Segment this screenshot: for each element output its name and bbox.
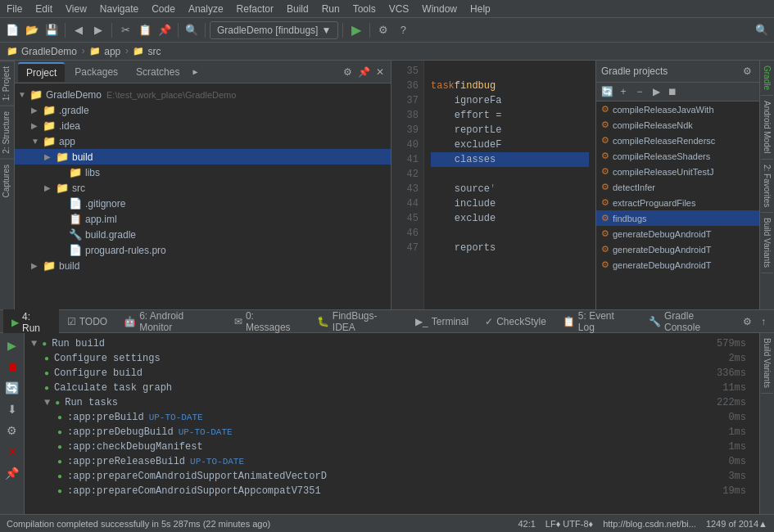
tree-item-gitignore[interactable]: ▶ 📄 .gitignore: [15, 196, 391, 211]
code-40: excludeF: [431, 139, 501, 151]
menu-analyze[interactable]: Analyze: [182, 2, 230, 16]
tree-item-appiml[interactable]: ▶ 📋 app.iml: [15, 211, 391, 227]
settings-panel-btn[interactable]: ⚙: [340, 65, 355, 79]
gradle-item-10[interactable]: ⚙ generateDebugAndroidT: [596, 257, 759, 273]
breadcrumb-app[interactable]: app: [104, 46, 120, 57]
search-everywhere-btn[interactable]: 🔍: [753, 21, 771, 39]
left-panel-project[interactable]: 1: Project: [0, 61, 14, 106]
paste-btn[interactable]: 📌: [156, 21, 174, 39]
tree-item-app[interactable]: ▼ 📁 app: [15, 133, 391, 149]
tree-item-buildgradle[interactable]: ▶ 🔧 build.gradle: [15, 227, 391, 242]
menu-tools[interactable]: Tools: [346, 2, 382, 16]
copy-btn[interactable]: 📋: [136, 21, 154, 39]
tab-checkstyle[interactable]: ✓ CheckStyle: [477, 313, 554, 331]
menu-view[interactable]: View: [59, 2, 93, 16]
rerun-action-btn[interactable]: 🔄: [3, 379, 21, 397]
bottom-settings-btn[interactable]: ⚙: [740, 314, 754, 329]
build-variants-bottom[interactable]: Build Variants: [761, 333, 773, 394]
close-panel-btn[interactable]: ✕: [373, 65, 387, 79]
scroll-end-btn[interactable]: ⬇: [3, 400, 21, 418]
clear-btn[interactable]: ✕: [3, 443, 21, 461]
menu-code[interactable]: Code: [145, 2, 182, 16]
menu-run[interactable]: Run: [315, 2, 346, 16]
menu-window[interactable]: Window: [415, 2, 464, 16]
tab-gradle-console[interactable]: 🔧 Gradle Console: [640, 307, 740, 336]
gradle-refresh-btn[interactable]: 🔄: [600, 84, 614, 99]
tree-item-libs[interactable]: ▶ 📁 libs: [15, 165, 391, 180]
proguard-file-icon: 📄: [69, 244, 82, 256]
stop-action-btn[interactable]: ⏹: [3, 358, 21, 376]
run-btn[interactable]: ▶: [347, 21, 365, 39]
menu-build[interactable]: Build: [280, 2, 315, 16]
more-tabs-btn[interactable]: ▶: [192, 67, 197, 77]
tab-todo[interactable]: ☑ TODO: [59, 313, 115, 331]
breadcrumb-src[interactable]: src: [147, 46, 161, 57]
project-label[interactable]: GradleDemo [findbugs] ▼: [210, 21, 338, 39]
tab-android-monitor[interactable]: 🤖 6: Android Monitor: [115, 307, 226, 336]
tab-findbugs[interactable]: 🐛 FindBugs-IDEA: [309, 307, 407, 336]
tab-scratches[interactable]: Scratches: [128, 62, 188, 82]
menu-vcs[interactable]: VCS: [382, 2, 416, 16]
gradle-item-4[interactable]: ⚙ compileReleaseUnitTestJ: [596, 164, 759, 179]
gradle-item-2[interactable]: ⚙ compileReleaseRendersc: [596, 133, 759, 148]
gradle-remove-btn[interactable]: −: [632, 84, 647, 99]
gradle-item-6[interactable]: ⚙ extractProguardFiles: [596, 195, 759, 210]
gradle-item-9[interactable]: ⚙ generateDebugAndroidT: [596, 241, 759, 257]
code-line-39: reportLe: [431, 123, 589, 138]
settings-btn[interactable]: ⚙: [374, 21, 392, 39]
save-btn[interactable]: 💾: [43, 21, 61, 39]
menu-help[interactable]: Help: [464, 2, 497, 16]
appiml-label: app.iml: [85, 214, 117, 225]
back-btn[interactable]: ◀: [70, 21, 88, 39]
tree-root[interactable]: ▼ 📁 GradleDemo E:\test_work_place\Gradle…: [15, 87, 391, 102]
code-content[interactable]: task findbug ignoreFa effort = reportLe …: [424, 61, 595, 309]
tree-item-build-root[interactable]: ▶ 📁 build: [15, 258, 391, 273]
gradle-settings-btn[interactable]: ⚙: [740, 64, 754, 79]
forward-btn[interactable]: ▶: [89, 21, 107, 39]
gradle-add-btn[interactable]: +: [616, 84, 631, 99]
tree-item-gradle[interactable]: ▶ 📁 .gradle: [15, 102, 391, 118]
tree-item-build-app[interactable]: ▶ 📁 build: [15, 149, 391, 165]
pin-btn[interactable]: 📌: [356, 65, 371, 79]
breadcrumb-gradledemo[interactable]: GradleDemo: [21, 46, 77, 57]
gradle-run-btn[interactable]: ▶: [649, 84, 663, 99]
gradle-stop-btn[interactable]: ⏹: [665, 84, 680, 99]
open-btn[interactable]: 📂: [23, 21, 41, 39]
android-model-label2[interactable]: Android Model: [761, 96, 773, 159]
new-file-btn[interactable]: 📄: [3, 21, 21, 39]
tree-item-src[interactable]: ▶ 📁 src: [15, 180, 391, 196]
tree-item-idea[interactable]: ▶ 📁 .idea: [15, 118, 391, 133]
tab-terminal[interactable]: ▶_ Terminal: [407, 313, 477, 331]
gradle-item-3[interactable]: ⚙ compileReleaseShaders: [596, 148, 759, 164]
tab-eventlog[interactable]: 📋 5: Event Log: [554, 307, 640, 336]
tab-messages[interactable]: ✉ 0: Messages: [226, 307, 309, 336]
cut-btn[interactable]: ✂: [116, 21, 134, 39]
bottom-restore-btn[interactable]: ↑: [756, 314, 771, 329]
run-action-btn[interactable]: ▶: [3, 336, 21, 354]
gradle-item-8[interactable]: ⚙ generateDebugAndroidT: [596, 226, 759, 241]
menu-navigate[interactable]: Navigate: [93, 2, 145, 16]
left-panel-captures[interactable]: Captures: [0, 159, 14, 203]
gradle-item-1[interactable]: ⚙ compileReleaseNdk: [596, 117, 759, 133]
find-btn[interactable]: 🔍: [183, 21, 201, 39]
tab-project[interactable]: Project: [18, 62, 65, 82]
left-panel-structure[interactable]: 2: Structure: [0, 106, 14, 159]
tree-item-proguard[interactable]: ▶ 📄 proguard-rules.pro: [15, 242, 391, 258]
gradle-item-5[interactable]: ⚙ detectInfer: [596, 179, 759, 195]
favorites-label[interactable]: 2: Favorites: [761, 160, 773, 213]
linenum-43: 43: [392, 182, 423, 196]
help-btn[interactable]: ?: [394, 21, 412, 39]
settings-action-btn[interactable]: ⚙: [3, 422, 21, 440]
tab-packages[interactable]: Packages: [66, 62, 126, 82]
menu-refactor[interactable]: Refactor: [230, 2, 280, 16]
build-variants-label[interactable]: Build Variants: [761, 213, 773, 273]
gradle-item-findbugs[interactable]: ⚙ findbugs: [596, 210, 759, 226]
menu-file[interactable]: File: [0, 2, 29, 16]
pin-output-btn[interactable]: 📌: [3, 464, 21, 482]
code-editor[interactable]: 35 36 37 38 39 40 41 42 43 44 45 46 47: [392, 61, 595, 309]
menu-edit[interactable]: Edit: [29, 2, 59, 16]
tab-run[interactable]: ▶ 4: Run: [3, 306, 59, 337]
menu-bar: File Edit View Navigate Code Analyze Ref…: [0, 0, 774, 18]
gradle-item-0[interactable]: ⚙ compileReleaseJavaWith: [596, 101, 759, 117]
android-model-label[interactable]: Gradle: [761, 61, 773, 96]
